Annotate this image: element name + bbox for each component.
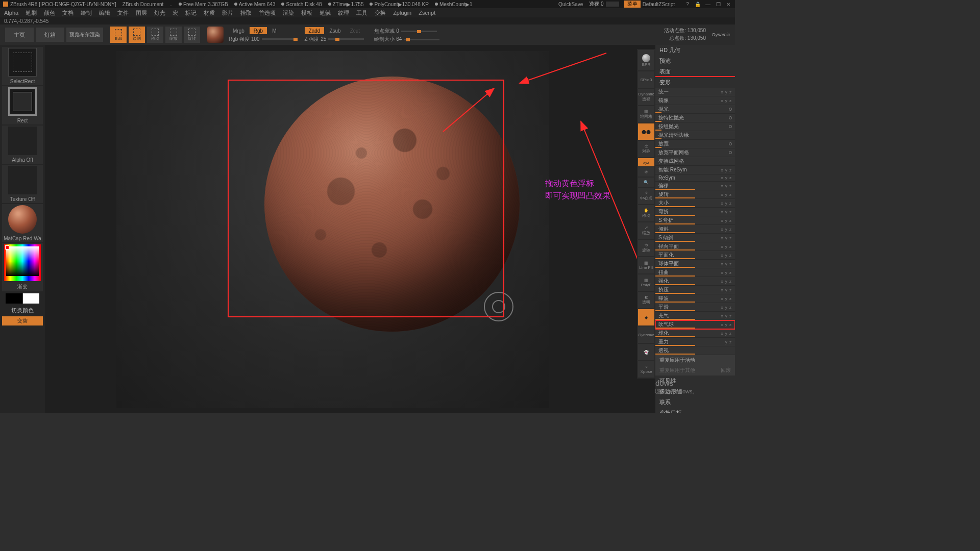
deform-polish[interactable]: 抛光 xyxy=(655,105,735,114)
scale-view-button[interactable]: ⤢缩放 xyxy=(638,222,654,239)
deform-flatten[interactable]: 平面化x y z xyxy=(655,251,735,260)
zsub-toggle[interactable]: Zsub xyxy=(325,27,345,34)
deform-taper[interactable]: 强化x y z xyxy=(655,277,735,286)
deform-perspective[interactable]: 透视 xyxy=(655,346,735,355)
menu-brush[interactable]: 笔刷 xyxy=(26,9,37,17)
deform-bend[interactable]: 弯折x y z xyxy=(655,208,735,216)
material-selector[interactable]: MatCap Red Wa xyxy=(2,204,43,242)
deform-relax-plane[interactable]: 放宽平面网格 xyxy=(655,148,735,157)
xpose-button[interactable]: ⁘Xpose xyxy=(638,361,654,378)
menu-edit[interactable]: 编辑 xyxy=(99,9,110,17)
menu-movie[interactable]: 影片 xyxy=(222,9,233,17)
dynamic-persp-button[interactable]: Dynamic透视 xyxy=(638,89,654,105)
dynamic-label[interactable]: Dynamic xyxy=(712,32,730,37)
rotate-button[interactable]: 旋转 xyxy=(184,27,200,43)
frame-button[interactable]: ✧中心点 xyxy=(638,188,654,204)
deform-polish-groups[interactable]: 按组抛光 xyxy=(655,122,735,131)
rotate-view-button[interactable]: ⟲旋转 xyxy=(638,240,654,256)
deform-smart-resym[interactable]: 智能 ReSymx y z xyxy=(655,166,735,174)
sculpt-sphere[interactable] xyxy=(264,77,520,332)
deform-sphere-plane[interactable]: 球体平面x y z xyxy=(655,260,735,268)
menu-picker[interactable]: 拾取 xyxy=(240,9,252,17)
reapply-active-button[interactable]: 重复应用于活动 xyxy=(655,355,735,365)
material-thumb[interactable] xyxy=(207,27,224,43)
menu-zscript[interactable]: Zscript xyxy=(419,10,435,16)
rgb-intensity-slider[interactable]: Rgb 强度 100 xyxy=(229,36,298,43)
deform-sskew[interactable]: S 倾斜x y z xyxy=(655,234,735,242)
menu-marker[interactable]: 标记 xyxy=(185,9,197,17)
close-icon[interactable]: ✕ xyxy=(725,1,732,8)
deform-twist[interactable]: 扭曲x y z xyxy=(655,268,735,277)
section-preview[interactable]: 预览 xyxy=(655,56,735,66)
switch-color-label[interactable]: 切换颜色 xyxy=(2,306,43,315)
deform-skew[interactable]: 倾斜x y z xyxy=(655,225,735,234)
menu-document[interactable]: 文档 xyxy=(62,9,74,17)
alternate-button[interactable]: 交替 xyxy=(2,316,43,325)
swatch-black[interactable] xyxy=(6,293,22,304)
menu-button[interactable]: 菜单 xyxy=(624,1,641,8)
draw-button[interactable]: 绘制 xyxy=(129,27,145,43)
focal-shift-slider[interactable]: 焦点衰减 0 xyxy=(374,28,439,35)
scale-button[interactable]: 缩放 xyxy=(165,27,182,43)
deform-relax[interactable]: 放宽 xyxy=(655,140,735,148)
tab-home[interactable]: 主页 xyxy=(5,28,34,42)
menu-color[interactable]: 颜色 xyxy=(44,9,55,17)
section-morph-target[interactable]: 变换目标 xyxy=(655,408,735,413)
section-surface[interactable]: 表面 xyxy=(655,66,735,77)
draw-size-slider[interactable]: 绘制大小 64 xyxy=(374,36,439,43)
perspective-slider[interactable]: 透视 0 xyxy=(589,1,619,8)
deform-polish-crisp[interactable]: 抛光清晰边缘 xyxy=(655,131,735,140)
menu-transform[interactable]: 变换 xyxy=(375,9,386,17)
deform-resym[interactable]: ReSymx y z xyxy=(655,174,735,182)
menu-material[interactable]: 材质 xyxy=(204,9,215,17)
menu-layer[interactable]: 图层 xyxy=(136,9,147,17)
solo-button[interactable]: ◆ xyxy=(638,309,654,325)
zadd-toggle[interactable]: Zadd xyxy=(305,27,325,34)
menu-file[interactable]: 文件 xyxy=(117,9,129,17)
tab-lightbox[interactable]: 灯箱 xyxy=(36,28,64,42)
z-intensity-slider[interactable]: Z 强度 25 xyxy=(305,36,364,43)
texture-off[interactable]: Texture Off xyxy=(2,165,43,203)
tab-bool-preview[interactable]: 预览布尔渲染 xyxy=(66,28,103,42)
zcut-toggle[interactable]: Zcut xyxy=(346,27,364,34)
quicksave-button[interactable]: QuickSave xyxy=(558,2,583,7)
menu-stencil[interactable]: 模板 xyxy=(301,9,312,17)
local-sym-button[interactable]: ⬤⬤ xyxy=(638,123,654,140)
canvas-area[interactable]: 拖动黄色浮标即可实现凹凸效果 BPR SPix 3 Dynamic透视 ▦地网格… xyxy=(45,45,655,413)
deform-squeeze[interactable]: 挤压x y z xyxy=(655,286,735,294)
menu-alpha[interactable]: Alpha xyxy=(4,10,18,16)
nav-ring[interactable] xyxy=(484,292,513,321)
menu-light[interactable]: 灯光 xyxy=(154,9,165,17)
menu-macro[interactable]: 宏 xyxy=(173,9,178,17)
deform-polish-features[interactable]: 按特性抛光 xyxy=(655,114,735,122)
move-view-button[interactable]: ✋移动 xyxy=(638,205,654,221)
deform-spherize[interactable]: 球化x y z xyxy=(655,329,735,338)
mrgb-toggle[interactable]: Mrgb xyxy=(229,27,249,34)
menu-preferences[interactable]: 首选项 xyxy=(259,9,276,17)
deform-size[interactable]: 大小x y z xyxy=(655,199,735,208)
deform-radial-plane[interactable]: 径向平面x y z xyxy=(655,242,735,251)
activate-sym-button[interactable]: ◎对称 xyxy=(638,141,654,157)
deform-to-mesh[interactable]: 变换成网格 xyxy=(655,157,735,166)
section-deformation[interactable]: 变形 xyxy=(655,77,735,88)
rgb-toggle[interactable]: Rgb xyxy=(250,27,267,34)
help-icon[interactable]: ? xyxy=(684,1,691,8)
section-hd-geometry[interactable]: HD 几何 xyxy=(655,45,735,56)
deform-unify[interactable]: 统一x y z xyxy=(655,88,735,96)
floor-button[interactable]: ▦地网格 xyxy=(638,106,654,122)
deform-inflate-balloon[interactable]: 吹气球x y z xyxy=(655,320,735,329)
deform-smooth[interactable]: 平滑x y z xyxy=(655,303,735,312)
menu-texture[interactable]: 纹理 xyxy=(338,9,349,17)
zoom-button[interactable]: 🔍 xyxy=(638,178,654,187)
restore-icon[interactable]: ❐ xyxy=(715,1,722,8)
menu-render[interactable]: 渲染 xyxy=(283,9,294,17)
minimize-icon[interactable]: — xyxy=(704,1,712,8)
move-button[interactable]: 移动 xyxy=(147,27,163,43)
deform-sbend[interactable]: S 弯折x y z xyxy=(655,216,735,225)
menu-stroke[interactable]: 笔触 xyxy=(320,9,331,17)
menu-draw[interactable]: 绘制 xyxy=(81,9,92,17)
solo-dynamic-button[interactable]: Dynamic xyxy=(638,327,654,343)
xyz-button[interactable]: xyz xyxy=(638,158,654,166)
reapply-other-button[interactable]: 重复应用于其他回滚 xyxy=(655,365,735,375)
spix-slider[interactable]: SPix 3 xyxy=(638,71,654,88)
